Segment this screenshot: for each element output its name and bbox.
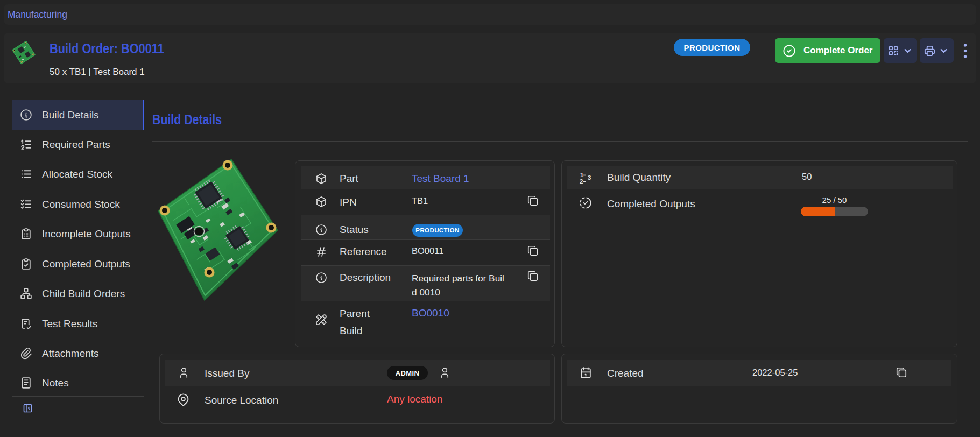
svg-text:1: 1 [580, 172, 584, 178]
svg-text:3: 3 [588, 174, 591, 181]
svg-text:2: 2 [580, 178, 583, 185]
